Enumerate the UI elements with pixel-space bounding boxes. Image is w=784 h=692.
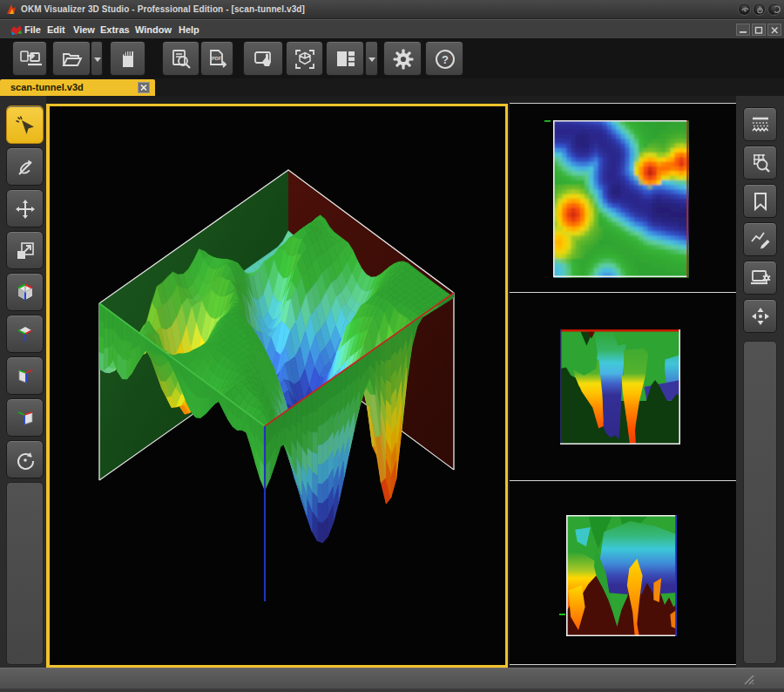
svg-text:PDF: PDF (212, 56, 222, 61)
svg-text:?: ? (442, 53, 449, 66)
